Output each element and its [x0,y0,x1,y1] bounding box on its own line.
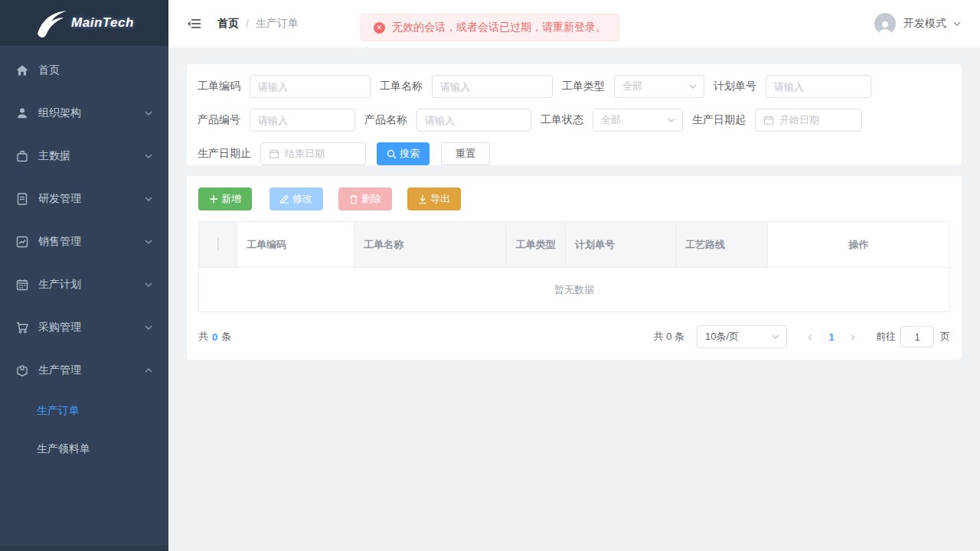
filter-work-order-name: 工单名称 [380,75,553,98]
sidebar: MainTech 首页 组织架构 主数据 研发管理 销售管理 生 [0,0,168,551]
sidebar-item-org[interactable]: 组织架构 [0,92,168,135]
work-order-code-input[interactable] [250,75,371,98]
work-order-name-input[interactable] [432,75,553,98]
field-label: 工单名称 [380,80,423,93]
search-button[interactable]: 搜索 [377,142,430,165]
logo[interactable]: MainTech [0,0,168,46]
filter-plan-no: 计划单号 [714,75,871,98]
page-number[interactable]: 1 [821,326,842,347]
select-all-header [199,222,237,268]
chevron-down-icon [144,152,153,161]
sidebar-item-label: 组织架构 [38,106,144,120]
fold-menu-icon[interactable] [187,16,202,31]
edit-button[interactable]: 修改 [270,187,323,210]
table-header-row: 工单编码 工单名称 工单类型 计划单号 工艺路线 操作 [199,222,950,268]
empty-text: 暂无数据 [199,268,950,312]
cart-icon [15,321,29,334]
filter-product-name: 产品名称 [364,109,531,132]
sidebar-item-production-plan[interactable]: 生产计划 [0,263,168,306]
brand-swoosh-icon [34,8,70,38]
page-size-select[interactable]: 10条/页 [697,325,787,348]
sidebar-menu: 首页 组织架构 主数据 研发管理 销售管理 生产计划 [0,46,168,468]
chevron-down-icon [667,116,676,125]
sidebar-item-production-mgmt[interactable]: 生产管理 [0,349,168,392]
total-count: 0 [212,331,217,343]
prev-page-button[interactable]: ‹ [799,326,821,347]
sidebar-item-production-order[interactable]: 生产订单 [0,392,168,430]
sidebar-item-home[interactable]: 首页 [0,49,168,92]
work-order-status-select[interactable]: 全部 [593,109,683,132]
filter-row-1: 工单编码 工单名称 工单类型 全部 计划单号 [198,75,951,98]
sidebar-item-production-picking[interactable]: 生产领料单 [0,430,168,468]
user-name: 开发模式 [903,17,946,31]
avatar [874,13,896,34]
sidebar-item-label: 销售管理 [38,235,144,249]
prod-date-end-picker[interactable]: 结束日期 [260,142,366,165]
filter-row-3: 生产日期止 结束日期 搜索 重置 [198,142,951,165]
box-icon [15,364,29,377]
plan-no-input[interactable] [766,75,871,98]
user-silhouette-icon [877,19,893,34]
select-value: 全部 [622,80,688,93]
sidebar-collapse-bar[interactable] [0,546,168,551]
next-page-button[interactable]: › [842,326,864,347]
chevron-down-icon [144,280,153,289]
prod-date-start-picker[interactable]: 开始日期 [755,109,862,132]
sidebar-item-label: 采购管理 [38,321,144,334]
filter-work-order-type: 工单类型 全部 [562,75,704,98]
chevron-down-icon [144,194,153,204]
goto-page-input[interactable] [900,326,934,347]
download-icon [418,194,427,204]
search-button-label: 搜索 [400,147,420,161]
filter-prod-date-start: 生产日期起 开始日期 [692,109,862,132]
document-icon [15,192,29,206]
work-order-type-select[interactable]: 全部 [614,75,704,98]
field-label: 工单编码 [198,80,240,93]
total-summary: 共 0 条 [198,330,231,344]
sidebar-item-label: 生产订单 [37,404,153,418]
chevron-down-icon [771,332,780,341]
sidebar-item-sales[interactable]: 销售管理 [0,220,168,263]
delete-button[interactable]: 删除 [338,187,392,210]
toast-message: 无效的会话，或者会话已过期，请重新登录。 [392,21,606,34]
work-orders-table: 工单编码 工单名称 工单类型 计划单号 工艺路线 操作 暂无数据 [198,221,950,312]
filter-panel: 工单编码 工单名称 工单类型 全部 计划单号 [187,64,962,165]
product-code-input[interactable] [250,109,355,132]
sidebar-item-purchase[interactable]: 采购管理 [0,306,168,349]
table-panel: 新增 修改 删除 导出 [187,176,962,360]
edit-button-label: 修改 [292,192,312,206]
breadcrumb-current: 生产订单 [256,17,299,31]
chevron-down-icon [144,323,153,332]
pagination-total: 共 0 条 [654,330,684,344]
breadcrumb-separator: / [246,18,249,30]
brand-name: MainTech [71,15,134,31]
export-button-label: 导出 [430,192,450,206]
calendar-icon [763,115,774,126]
empty-row: 暂无数据 [199,268,950,312]
filter-product-code: 产品编号 [198,109,355,132]
breadcrumb-home[interactable]: 首页 [217,17,239,31]
production-mgmt-submenu: 生产订单 生产领料单 [0,392,168,468]
filter-work-order-code: 工单编码 [198,75,371,98]
add-button[interactable]: 新增 [198,187,252,210]
product-name-input[interactable] [416,109,531,132]
add-button-label: 新增 [221,192,241,206]
page-unit: 页 [940,330,950,344]
user-dropdown[interactable]: 开发模式 [874,13,962,34]
bag-icon [15,149,29,163]
field-label: 产品名称 [364,113,407,127]
sidebar-item-master-data[interactable]: 主数据 [0,135,168,178]
calendar-icon [269,148,279,159]
table-toolbar: 新增 修改 删除 导出 [198,187,950,210]
col-work-order-code: 工单编码 [237,222,354,268]
sidebar-item-rd[interactable]: 研发管理 [0,178,168,220]
sidebar-item-label: 研发管理 [38,192,144,206]
sidebar-item-label: 生产管理 [38,364,144,377]
session-error-toast: ✕ 无效的会话，或者会话已过期，请重新登录。 [361,14,619,41]
field-label: 生产日期止 [198,147,251,161]
select-all-checkbox[interactable] [217,238,219,251]
field-label: 计划单号 [714,80,756,93]
chevron-down-icon [144,109,153,118]
reset-button[interactable]: 重置 [441,142,490,165]
export-button[interactable]: 导出 [407,187,461,210]
